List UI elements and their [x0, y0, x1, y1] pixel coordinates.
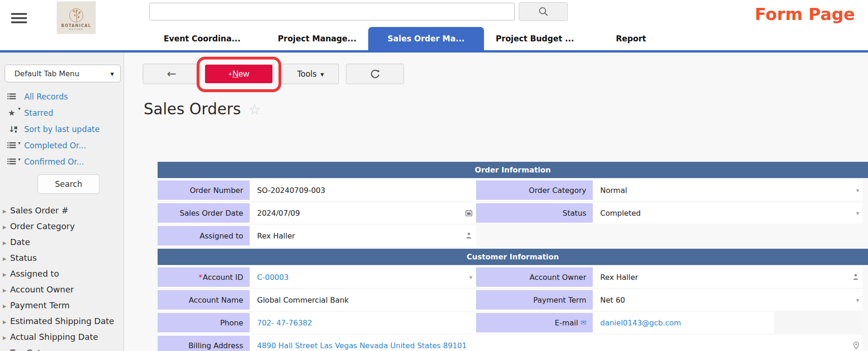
account-owner-value: Rex Haller: [595, 266, 863, 288]
menu-icon[interactable]: [11, 13, 27, 25]
sidebar-search-button[interactable]: Search: [38, 174, 99, 194]
assigned-to-value[interactable]: Rex Haller: [252, 225, 476, 246]
email-value[interactable]: daniel0143@gcb.com: [595, 312, 863, 333]
list-icon: [6, 93, 18, 99]
sidebar-filters: Sales Order # Order Category Date Status…: [0, 202, 124, 351]
order-number-value: SO-20240709-003: [252, 179, 476, 201]
envelope-icon[interactable]: [580, 318, 586, 327]
favorite-star-icon[interactable]: [248, 100, 261, 118]
main-content: +New Tools Sales Orders Order Informatio…: [124, 53, 868, 351]
required-asterisk: *: [199, 273, 202, 282]
triangle-right-icon: [3, 222, 7, 231]
dropdown-caret-icon[interactable]: [856, 297, 859, 304]
chevron-down-icon: [110, 69, 114, 78]
phone-value[interactable]: 702- 47-76382: [252, 312, 476, 333]
search-button[interactable]: [519, 2, 568, 21]
tab-project-management[interactable]: Project Manage...: [269, 27, 366, 50]
filter-account-owner[interactable]: Account Owner: [0, 281, 124, 297]
page-title: Sales Orders: [144, 100, 241, 118]
sidebar-nav: All Records Starred Sort by last update …: [0, 88, 124, 170]
sidebar-item-confirmed-orders[interactable]: Confirmed Or...: [0, 153, 124, 170]
filter-payment-term[interactable]: Payment Term: [0, 297, 124, 313]
field-label: Account Owner: [476, 267, 593, 287]
field-label: Account Name: [158, 290, 250, 310]
field-label: Order Number: [158, 180, 250, 200]
filter-status[interactable]: Status: [0, 250, 124, 265]
new-record-button[interactable]: +New: [205, 65, 272, 83]
filter-assigned-to[interactable]: Assigned to: [0, 265, 124, 281]
section-header-order-information: Order Information: [158, 162, 868, 178]
field-label: Payment Term: [476, 290, 593, 310]
triangle-right-icon: [3, 332, 7, 341]
sidebar-item-completed-orders[interactable]: Completed Or...: [0, 137, 124, 153]
location-pin-icon[interactable]: [853, 342, 859, 350]
filter-actual-shipping-date[interactable]: Actual Shipping Date: [0, 329, 124, 344]
filter-estimated-shipping-date[interactable]: Estimated Shipping Date: [0, 313, 124, 329]
field-label: Billing Address: [158, 336, 250, 351]
field-label: *Account ID: [158, 267, 250, 287]
tab-event-coordination[interactable]: Event Coordina...: [154, 27, 250, 50]
filter-date[interactable]: Date: [0, 234, 124, 250]
section-header-customer-information: Customer Information: [158, 249, 868, 265]
logo-subtext: NATURE: [69, 28, 84, 31]
tab-project-budget[interactable]: Project Budget ...: [486, 27, 583, 50]
person-icon: [465, 232, 472, 239]
field-label: Status: [476, 203, 593, 223]
sidebar: Default Tab Menu All Records Starred Sor…: [0, 53, 124, 351]
order-category-value[interactable]: Normal: [595, 179, 863, 201]
triangle-right-icon: [3, 301, 7, 310]
status-value[interactable]: Completed: [595, 202, 863, 224]
logo-text: BOTANICAL: [61, 24, 91, 28]
account-id-value[interactable]: C-00003: [252, 266, 476, 288]
field-label: Order Category: [476, 180, 593, 200]
tools-dropdown-button[interactable]: Tools: [282, 64, 339, 84]
billing-address-value[interactable]: 4890 Hall Street Las Vegas Nevada United…: [252, 335, 863, 351]
list-filter-icon: [6, 159, 18, 165]
triangle-right-icon: [3, 269, 7, 278]
back-arrow-icon: [167, 67, 176, 80]
sidebar-item-starred[interactable]: Starred: [0, 105, 124, 121]
field-label: Sales Order Date: [158, 203, 250, 223]
global-search-input[interactable]: [149, 3, 515, 20]
calendar-icon[interactable]: [465, 210, 472, 217]
app-logo: BOTANICAL NATURE: [57, 1, 96, 34]
dropdown-caret-icon[interactable]: [856, 187, 859, 194]
account-name-value: Global Commercial Bank: [252, 289, 476, 311]
form-row-phone-email: Phone 702- 47-76382 E-mail daniel0143@gc…: [158, 312, 868, 333]
form-row-account-id: *Account ID C-00003 Account Owner Rex Ha…: [158, 266, 868, 288]
botanical-branch-icon: [69, 8, 83, 22]
star-filter-icon: [6, 108, 18, 118]
triangle-right-icon: [3, 253, 7, 262]
dropdown-caret-icon[interactable]: [856, 210, 859, 217]
search-icon: [538, 6, 549, 17]
sales-order-date-value[interactable]: 2024/07/09: [252, 202, 476, 224]
sidebar-item-sort-last-update[interactable]: Sort by last update: [0, 121, 124, 137]
form-page-annotation: Form Page: [755, 5, 855, 24]
list-filter-icon: [6, 142, 18, 148]
payment-term-value[interactable]: Net 60: [595, 289, 863, 311]
back-button[interactable]: [143, 64, 200, 84]
form-row-assigned-to: Assigned to Rex Haller: [158, 225, 868, 246]
filter-tax-category[interactable]: Tax Category: [0, 344, 124, 351]
tab-sales-order-management[interactable]: Sales Order Ma...: [368, 27, 484, 50]
person-icon: [852, 273, 859, 281]
top-bar: BOTANICAL NATURE Form Page Event Coordin…: [0, 0, 868, 50]
record-form: Order Information Order Number SO-202407…: [158, 162, 868, 351]
triangle-right-icon: [3, 348, 7, 351]
refresh-icon: [370, 68, 381, 79]
filter-sales-order-number[interactable]: Sales Order #: [0, 202, 124, 218]
refresh-button[interactable]: [346, 64, 404, 84]
tab-report[interactable]: Report: [607, 27, 656, 50]
app-tab-bar: Event Coordina... Project Manage... Sale…: [124, 27, 868, 50]
filter-order-category[interactable]: Order Category: [0, 218, 124, 234]
triangle-right-icon: [3, 206, 7, 215]
empty-panel: [774, 311, 863, 334]
field-label: E-mail: [476, 313, 593, 332]
triangle-right-icon: [3, 238, 7, 246]
default-tab-menu-select[interactable]: Default Tab Menu: [5, 65, 121, 82]
dropdown-caret-icon[interactable]: [469, 274, 472, 281]
form-row-account-name: Account Name Global Commercial Bank Paym…: [158, 289, 868, 311]
form-row-billing-address: Billing Address 4890 Hall Street Las Veg…: [158, 335, 868, 351]
sidebar-item-all-records[interactable]: All Records: [0, 88, 124, 105]
form-row-order-number: Order Number SO-20240709-003 Order Categ…: [158, 179, 868, 201]
